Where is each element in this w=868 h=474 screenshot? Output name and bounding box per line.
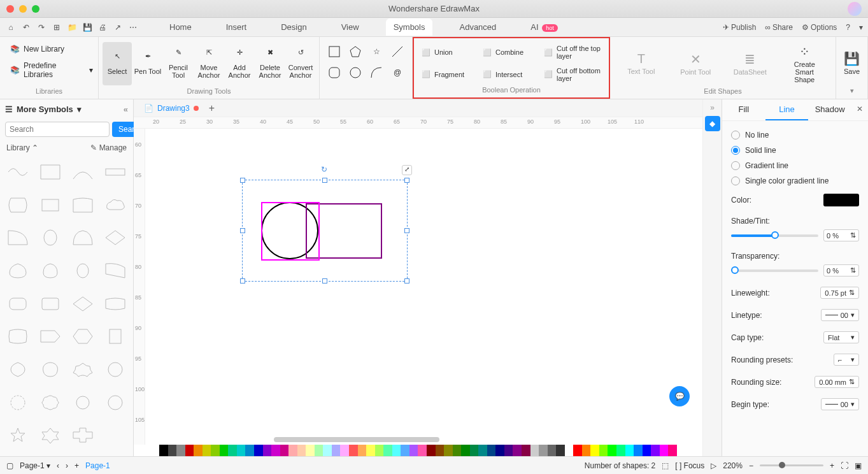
minimize-window[interactable] [19, 5, 27, 13]
color-swatch[interactable] [228, 445, 237, 456]
lib-shape[interactable] [4, 226, 32, 250]
color-swatch[interactable] [444, 445, 453, 456]
tab-line[interactable]: Line [765, 99, 809, 120]
search-input[interactable] [5, 122, 110, 137]
add-page-icon[interactable]: + [75, 461, 79, 470]
chat-fab[interactable]: 💬 [669, 386, 690, 406]
add-anchor-tool[interactable]: ✛Add Anchor [225, 42, 254, 85]
color-swatch[interactable] [271, 445, 280, 456]
datasheet-tool[interactable]: ≣DataSheet [732, 52, 768, 76]
lib-shape[interactable] [4, 357, 32, 382]
redo-icon[interactable]: ↷ [36, 22, 47, 33]
export-icon[interactable]: ↗ [112, 22, 124, 33]
collapse-panel-icon[interactable]: « [124, 104, 128, 114]
home-icon[interactable]: ⌂ [5, 22, 17, 33]
union-button[interactable]: ⬜ Union [420, 46, 480, 59]
shade-value[interactable]: 0 %⇅ [823, 229, 859, 241]
zoom-value[interactable]: 220% [723, 461, 743, 470]
maximize-window[interactable] [32, 5, 39, 13]
color-swatch[interactable] [297, 445, 306, 456]
text-tool[interactable]: TText Tool [623, 52, 659, 75]
lib-shape[interactable] [101, 226, 129, 250]
lib-shape[interactable] [4, 193, 32, 217]
color-swatch[interactable] [556, 445, 565, 456]
single-gradient-option[interactable]: Single color gradient line [731, 173, 859, 189]
print-icon[interactable]: 🖨 [97, 22, 108, 33]
fragment-button[interactable]: ⬜ Fragment [420, 68, 480, 81]
color-swatch[interactable] [185, 445, 194, 456]
color-swatch[interactable] [565, 445, 574, 456]
delete-anchor-tool[interactable]: ✖Delete Anchor [255, 42, 285, 85]
lib-shape[interactable] [69, 226, 97, 250]
lib-shape[interactable] [36, 391, 65, 415]
resize-handle-ne[interactable] [404, 178, 409, 183]
pen-tool[interactable]: ✒Pen Tool [133, 42, 162, 85]
color-swatch[interactable] [478, 445, 487, 456]
color-swatch[interactable] [366, 445, 375, 456]
canvas-shape-rect1[interactable] [261, 202, 320, 261]
lib-shape[interactable] [101, 391, 129, 415]
color-swatch[interactable] [245, 445, 254, 456]
add-document-button[interactable]: + [209, 103, 215, 114]
tab-insert[interactable]: Insert [218, 18, 255, 36]
share-button[interactable]: ∞ Share [765, 23, 793, 32]
layers-icon[interactable]: ⬚ [662, 461, 669, 470]
zoom-in-icon[interactable]: + [830, 461, 834, 470]
color-swatch[interactable] [539, 445, 548, 456]
lib-shape[interactable] [101, 259, 129, 283]
lib-shape[interactable] [101, 292, 129, 316]
color-swatch[interactable] [280, 445, 289, 456]
lib-shape[interactable] [69, 193, 97, 217]
shade-slider[interactable] [731, 234, 818, 237]
predefine-libraries-button[interactable]: 📚 Predefine Libraries▾ [6, 59, 97, 82]
cutoff-top-button[interactable]: ⬜ Cut off the top layer [543, 42, 602, 62]
options-button[interactable]: ⚙ Options [802, 23, 837, 32]
color-swatch[interactable] [504, 445, 513, 456]
color-swatch[interactable] [823, 194, 859, 206]
page-selector[interactable]: Page-1 ▾ [20, 461, 50, 470]
publish-button[interactable]: ✈ Publish [723, 23, 756, 32]
paint-bucket-icon[interactable]: ◆ [705, 116, 720, 131]
transparency-slider[interactable] [731, 269, 818, 272]
color-swatch[interactable] [375, 445, 384, 456]
color-swatch[interactable] [548, 445, 557, 456]
color-swatch[interactable] [194, 445, 203, 456]
color-swatch[interactable] [530, 445, 539, 456]
color-swatch[interactable] [315, 445, 324, 456]
lib-shape[interactable] [69, 423, 97, 447]
undo-icon[interactable]: ↶ [20, 22, 32, 33]
lib-shape[interactable] [36, 423, 65, 447]
page-tab[interactable]: Page-1 [85, 461, 110, 470]
color-swatch[interactable] [625, 445, 634, 456]
color-swatch[interactable] [573, 445, 582, 456]
lib-shape[interactable] [69, 357, 97, 382]
resize-handle-w[interactable] [240, 228, 245, 233]
resize-handle-se[interactable] [404, 278, 409, 284]
more-symbols-header[interactable]: ☰ More Symbols ▾ « [0, 99, 133, 119]
shape-circle[interactable] [346, 66, 365, 80]
horizontal-scrollbar[interactable] [274, 437, 439, 442]
color-swatch[interactable] [582, 445, 591, 456]
convert-anchor-tool[interactable]: ↺Convert Anchor [286, 42, 315, 85]
resize-handle-sw[interactable] [240, 278, 245, 284]
resize-handle-e[interactable] [404, 228, 409, 233]
new-library-button[interactable]: 📚 New Library [6, 42, 68, 56]
lib-shape[interactable] [69, 259, 97, 283]
lib-shape[interactable] [36, 193, 65, 217]
color-swatch[interactable] [616, 445, 625, 456]
lib-shape[interactable] [4, 259, 32, 283]
lib-shape[interactable] [69, 160, 97, 184]
color-swatch[interactable] [668, 445, 677, 456]
next-page-icon[interactable]: › [66, 461, 68, 470]
linetype-select[interactable]: 00▾ [821, 309, 859, 321]
color-swatch[interactable] [358, 445, 367, 456]
pencil-tool[interactable]: ✎Pencil Tool [164, 42, 193, 85]
color-swatch[interactable] [211, 445, 220, 456]
color-swatch[interactable] [436, 445, 445, 456]
color-swatch[interactable] [323, 445, 332, 456]
lib-shape[interactable] [36, 324, 65, 348]
color-swatch[interactable] [590, 445, 599, 456]
color-swatch[interactable] [176, 445, 185, 456]
lib-shape[interactable] [4, 324, 32, 348]
color-swatch[interactable] [383, 445, 392, 456]
